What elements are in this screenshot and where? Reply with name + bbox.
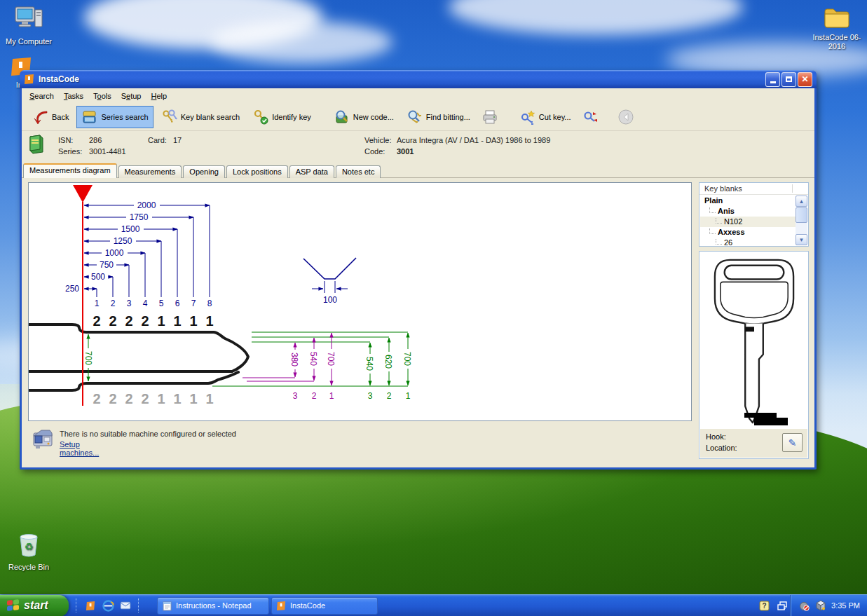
series-search-button[interactable]: Series search: [76, 106, 153, 128]
menu-help[interactable]: Help: [146, 90, 172, 102]
title-bar[interactable]: InstaCode ✕: [20, 70, 817, 88]
tree-item-n102[interactable]: N102: [700, 217, 796, 227]
svg-text:1: 1: [157, 391, 165, 406]
tab-measurements[interactable]: Measurements: [118, 165, 182, 178]
key-machine-icon: [32, 426, 55, 451]
setup-machines-link[interactable]: Setup machines...: [60, 440, 99, 457]
window-title: InstaCode: [39, 74, 764, 84]
minimize-button[interactable]: [765, 72, 780, 87]
key-blank-image-panel: Hook: Location: ✎: [699, 251, 809, 459]
key-blanks-header: Key blanks: [699, 183, 808, 195]
tab-strip: Measurements diagram Measurements Openin…: [23, 163, 814, 178]
help-tip-icon[interactable]: ?: [758, 599, 770, 612]
toolbar-grip[interactable]: [76, 598, 78, 612]
magnifier-book-icon: [334, 109, 350, 125]
location-label: Location:: [706, 444, 737, 452]
tab-opening[interactable]: Opening: [183, 165, 225, 178]
svg-text:2: 2: [312, 391, 317, 401]
quicklaunch-instacode-icon[interactable]: [84, 599, 97, 612]
find-bitting-button[interactable]: Find bitting...: [402, 106, 475, 128]
tree-item-axxess[interactable]: Axxess: [700, 227, 796, 238]
svg-text:2: 2: [109, 391, 116, 406]
quick-launch: [69, 598, 147, 612]
scroll-thumb[interactable]: [796, 207, 807, 223]
menu-bar: Search Tasks Tools Setup Help: [22, 88, 814, 104]
print-button[interactable]: [478, 105, 502, 129]
bitting-numbers-top: 2 2 2 2 1 1 1 1: [93, 313, 213, 329]
desktop-icon-instacode-folder[interactable]: InstaCode 06-2016: [810, 6, 864, 51]
virtualbox-tray-icon[interactable]: [814, 599, 827, 612]
key-blanks-scrollbar[interactable]: ▲ ▼: [796, 196, 807, 245]
taskbar-button-instacode[interactable]: InstaCode: [271, 597, 378, 615]
scroll-down-button[interactable]: ▼: [796, 234, 807, 245]
cloud: [210, 21, 392, 63]
svg-text:2: 2: [141, 313, 149, 329]
toolbar-grip[interactable]: [138, 598, 140, 612]
dim-label: 1750: [130, 212, 149, 222]
svg-text:2: 2: [141, 391, 149, 406]
scroll-up-button[interactable]: ▲: [796, 196, 807, 207]
vehicle-value: Acura Integra (AV / DA1 - DA3) 1986 to 1…: [397, 136, 550, 144]
start-button[interactable]: start: [0, 595, 69, 616]
cut-key-button[interactable]: Cut key...: [514, 106, 576, 128]
desktop-icon-label: My Computer: [6, 37, 52, 46]
svg-text:2: 2: [111, 299, 116, 308]
key-blank-search-button[interactable]: Key blank search: [156, 106, 245, 128]
tree-item-26[interactable]: 26: [700, 238, 796, 245]
desktop-icon-my-computer[interactable]: My Computer: [1, 4, 56, 46]
desktop-icon-recycle-bin[interactable]: ♻ Recycle Bin: [1, 531, 56, 572]
bitting-numbers-bottom: 2 2 2 2 1 1 1 1: [93, 391, 213, 406]
dim-label: 750: [100, 260, 114, 270]
toolbar: Back Series search Key blank search: [22, 104, 814, 131]
dim-label: 1500: [121, 224, 140, 234]
key-transfer-button[interactable]: [579, 106, 601, 128]
restore-window-icon[interactable]: [776, 599, 789, 612]
dim-label: 1000: [105, 248, 124, 258]
system-tray: 3:35 PM: [790, 595, 867, 616]
series-value: 3001-4481: [89, 147, 126, 156]
tab-lock-positions[interactable]: Lock positions: [226, 165, 288, 178]
tree-item-plain[interactable]: Plain: [700, 196, 796, 206]
menu-setup[interactable]: Setup: [116, 90, 146, 102]
new-code-button[interactable]: New code...: [329, 106, 399, 128]
start-label: start: [24, 599, 48, 612]
desktop-icon-label: InstaCode 06-2016: [812, 33, 861, 51]
tab-measurements-diagram[interactable]: Measurements diagram: [23, 163, 117, 178]
blade-width-dimension: 700: [83, 334, 93, 381]
menu-search[interactable]: Search: [25, 90, 59, 102]
quicklaunch-internet-explorer-icon[interactable]: [102, 599, 114, 612]
taskbar-button-notepad[interactable]: Instructions - Notepad: [157, 597, 269, 615]
tree-item-anis[interactable]: Anis: [700, 206, 796, 217]
key-blanks-panel: Key blanks Plain Anis N102 Axxess 26 ▲ ▼: [699, 182, 809, 247]
svg-text:1: 1: [406, 391, 411, 401]
cut-flat-value: 100: [323, 295, 337, 305]
clock[interactable]: 3:35 PM: [831, 601, 860, 610]
close-button[interactable]: ✕: [798, 72, 812, 87]
redacted-text: [744, 413, 777, 418]
book-icon: [81, 109, 98, 125]
edit-hook-location-button[interactable]: ✎: [782, 433, 803, 452]
key-check-icon: [252, 109, 269, 125]
machine-status-message: There is no suitable machine configured …: [60, 430, 236, 438]
recycle-bin-icon: ♻: [1, 531, 56, 561]
tab-asp-data[interactable]: ASP data: [289, 165, 334, 178]
tab-notes-etc[interactable]: Notes etc: [336, 165, 381, 178]
svg-text:3: 3: [127, 299, 132, 308]
vehicle-label: Vehicle:: [364, 136, 392, 144]
back-button[interactable]: Back: [27, 106, 74, 128]
desktop: My Computer InstaCode 06-2016 Ins ♻: [0, 0, 867, 616]
svg-text:2: 2: [125, 391, 132, 406]
quicklaunch-mail-icon[interactable]: [119, 599, 132, 612]
maximize-button[interactable]: [781, 72, 796, 87]
menu-tools[interactable]: Tools: [88, 90, 116, 102]
identify-key-button[interactable]: Identify key: [247, 106, 316, 128]
code-value: 3001: [397, 147, 414, 156]
history-back-button[interactable]: [614, 104, 638, 130]
notepad-icon: [162, 601, 172, 611]
menu-tasks[interactable]: Tasks: [59, 90, 88, 102]
windows-flag-icon: [7, 599, 20, 612]
svg-text:700: 700: [326, 352, 336, 366]
isn-label: ISN:: [58, 136, 73, 144]
network-status-icon[interactable]: [798, 599, 810, 612]
svg-text:380: 380: [289, 353, 299, 367]
